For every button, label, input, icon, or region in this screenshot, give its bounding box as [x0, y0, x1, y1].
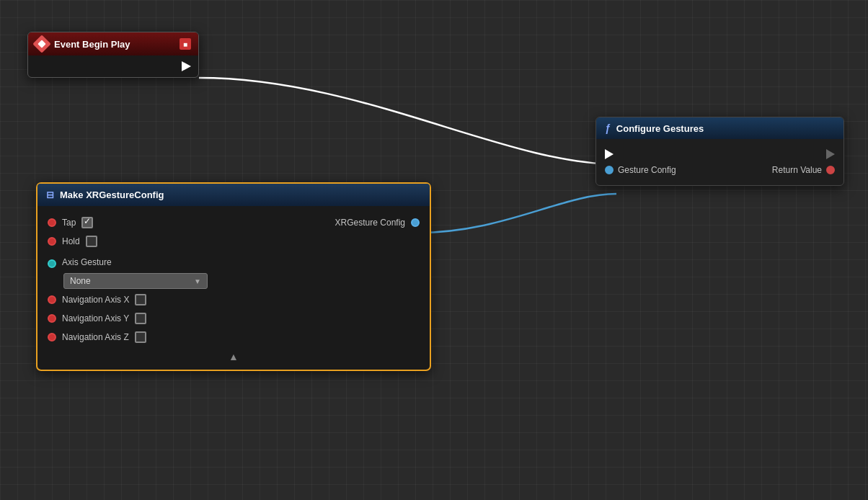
- configure-gestures-node: ƒ Configure Gestures Gesture Config Retu…: [595, 117, 844, 186]
- data-connection-wire: [417, 194, 616, 233]
- event-node-header: Event Begin Play ■: [28, 32, 198, 55]
- exec-out-triangle: [826, 149, 835, 159]
- nav-axis-x-row: Navigation Axis X: [37, 290, 430, 309]
- nav-axis-x-checkbox[interactable]: [135, 294, 146, 305]
- configure-exec-row: [605, 146, 835, 162]
- return-value-pin[interactable]: Return Value: [772, 165, 835, 175]
- node-collapse-footer: ▲: [37, 347, 430, 365]
- axis-gesture-label: Axis Gesture: [62, 257, 112, 267]
- return-value-label: Return Value: [772, 165, 822, 175]
- axis-gesture-pin[interactable]: [48, 259, 56, 268]
- nav-axis-y-pin[interactable]: [48, 314, 56, 323]
- tap-label: Tap: [62, 218, 76, 228]
- configure-node-title: Configure Gestures: [616, 123, 835, 134]
- nav-axis-y-label: Navigation Axis Y: [62, 313, 129, 323]
- axis-gesture-dropdown[interactable]: None ▼: [63, 273, 208, 289]
- nav-axis-z-pin[interactable]: [48, 333, 56, 341]
- event-begin-play-node: Event Begin Play ■: [27, 32, 199, 78]
- make-xrgestureconfig-node: ⊟ Make XRGestureConfig Tap XRGesture Con…: [36, 182, 431, 371]
- nav-axis-x-label: Navigation Axis X: [62, 295, 129, 305]
- tap-row: Tap XRGesture Config: [37, 213, 430, 232]
- xrgesture-config-output-pin[interactable]: [411, 218, 420, 227]
- nav-axis-z-row: Navigation Axis Z: [37, 328, 430, 347]
- nav-axis-x-pin[interactable]: [48, 295, 56, 304]
- return-value-circle: [826, 166, 835, 174]
- configure-exec-in-pin[interactable]: [605, 149, 614, 159]
- nav-axis-z-label: Navigation Axis Z: [62, 332, 129, 342]
- exec-connection-wire: [199, 78, 617, 164]
- axis-gesture-dropdown-value: None: [70, 276, 194, 286]
- gesture-config-pin[interactable]: Gesture Config: [605, 165, 676, 175]
- configure-node-body: Gesture Config Return Value: [596, 139, 843, 185]
- hold-row: Hold: [37, 232, 430, 251]
- tap-pin[interactable]: [48, 218, 56, 227]
- configure-data-row: Gesture Config Return Value: [605, 162, 835, 178]
- axis-gesture-label-row: Axis Gesture: [48, 254, 420, 273]
- event-node-title: Event Begin Play: [54, 39, 174, 50]
- event-node-body: [28, 55, 198, 77]
- gesture-config-circle: [605, 166, 614, 174]
- exec-in-triangle: [605, 149, 614, 159]
- make-node-body: Tap XRGesture Config Hold Axis Gesture N…: [37, 206, 430, 370]
- make-node-header: ⊟ Make XRGestureConfig: [37, 184, 430, 206]
- xrgesture-config-label: XRGesture Config: [335, 218, 405, 228]
- struct-icon: ⊟: [46, 189, 54, 200]
- tap-checkbox[interactable]: [81, 217, 93, 228]
- exec-out-triangle: [182, 61, 191, 71]
- configure-exec-out-pin[interactable]: [826, 149, 835, 159]
- nav-axis-z-checkbox[interactable]: [135, 331, 146, 343]
- axis-gesture-section: Axis Gesture None ▼: [37, 251, 430, 290]
- nav-axis-y-checkbox[interactable]: [135, 313, 146, 324]
- hold-pin[interactable]: [48, 237, 56, 246]
- axis-gesture-dropdown-container: None ▼: [48, 273, 420, 289]
- make-node-title: Make XRGestureConfig: [60, 189, 421, 200]
- gesture-config-label: Gesture Config: [618, 165, 676, 175]
- function-icon: ƒ: [605, 122, 611, 134]
- nav-axis-y-row: Navigation Axis Y: [37, 309, 430, 328]
- event-icon: [32, 35, 50, 53]
- configure-node-header: ƒ Configure Gestures: [596, 117, 843, 139]
- hold-checkbox[interactable]: [86, 236, 97, 247]
- hold-label: Hold: [62, 236, 80, 246]
- dropdown-arrow-icon: ▼: [194, 277, 201, 285]
- event-node-close-button[interactable]: ■: [180, 38, 191, 50]
- event-exec-out-pin[interactable]: [181, 61, 191, 71]
- collapse-arrow-icon[interactable]: ▲: [229, 351, 239, 362]
